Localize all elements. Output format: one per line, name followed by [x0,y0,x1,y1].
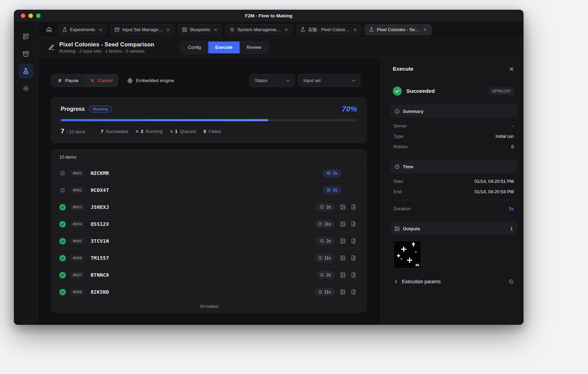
image-output-icon[interactable] [340,255,346,261]
section-title: Summary [403,109,423,114]
tab-close-icon[interactable] [423,28,427,32]
image-output-icon[interactable] [340,221,346,227]
log-file-icon[interactable] [351,272,356,278]
duration-badge: 2s [316,271,335,279]
tab-label: 实验 · Pixel Coloni… [308,27,349,33]
tab-close-icon[interactable] [214,28,218,32]
clock-icon [318,256,322,260]
tab-close-icon[interactable] [353,28,357,32]
close-window-button[interactable] [21,14,25,18]
run-control-group: Pause Cancel [51,74,118,87]
stat-count: 1 [175,129,178,134]
tab-close-icon[interactable] [166,28,170,32]
sidebar-item-input-sets[interactable] [19,46,33,61]
clock-icon [395,164,400,169]
cancel-button[interactable]: Cancel [84,74,118,87]
list-item[interactable]: #004 QSS12X 11s 11s [52,216,366,233]
tab-experiments[interactable]: Experiments [58,24,107,35]
inbox-icon [23,51,29,57]
flask-icon [62,27,67,32]
inbox-icon [114,27,120,32]
output-thumbnail[interactable]: #0 [394,241,421,268]
item-meta: 11s 11s [314,254,356,262]
sidebar-item-dashboard[interactable] [19,29,33,44]
home-tab-button[interactable] [43,24,55,35]
item-actions [340,204,356,210]
review-tab-button[interactable]: Review [240,42,269,53]
thumbnail-index-label: #0 [415,264,419,267]
tab-label: Pixel Colonies - Se… [377,27,420,32]
log-file-icon[interactable] [351,221,356,227]
kv-label: Retries [394,144,408,149]
item-name: 3TCV1N [91,238,109,244]
image-output-icon[interactable] [340,238,346,244]
log-file-icon[interactable] [351,238,356,244]
config-tab-button[interactable]: Config [181,42,208,53]
list-item[interactable]: #005 3TCV1N 2s 2s [52,233,366,250]
image-output-icon[interactable] [340,204,346,210]
home-icon [46,27,52,33]
sidebar-item-experiments[interactable] [19,64,33,78]
clock-icon [318,222,322,226]
chevron-down-icon [285,78,290,83]
list-item[interactable]: #008 82KSND 11s 11s [52,284,366,301]
image-output-icon[interactable] [340,289,346,295]
item-name: NZCKMR [91,170,109,176]
zoom-window-button[interactable] [36,14,41,18]
list-item[interactable]: #001 NZCKMR 3s 3s [52,165,366,182]
list-item[interactable]: #006 TM1557 11s 11s [52,250,366,267]
grid-icon [182,27,187,32]
item-status [59,169,66,177]
input-set-filter-select[interactable]: Input set [298,74,361,87]
clock-icon [318,290,322,294]
stat-running: 2Running [136,129,163,134]
sidebar [14,22,38,325]
duration-badge: 11s [314,288,335,296]
status-filter-select[interactable]: Status [250,74,295,87]
execute-tab-button[interactable]: Execute [208,42,240,53]
copy-icon[interactable] [509,279,514,284]
log-file-icon[interactable] [351,204,356,210]
image-output-icon[interactable] [340,272,346,278]
summary-row: Retries0 [394,141,514,152]
close-panel-icon[interactable] [509,66,514,72]
tab-blueprints[interactable]: Blueprints [178,24,222,35]
stat-label: Succeeded [106,129,128,134]
tab-close-icon[interactable] [98,28,103,32]
list-item[interactable]: #003 JSHEXJ 2s 2s [52,199,366,216]
section-title: Time [403,164,413,169]
item-name: QSS12X [91,221,109,227]
stat-succeeded: 7Succeeded [101,129,128,134]
divider [93,128,93,134]
sidebar-item-settings[interactable] [19,81,33,96]
pause-button[interactable]: Pause [52,74,84,87]
list-item[interactable]: #007 BTNNC6 2s 2s [52,267,366,284]
item-meta: 2s 2s [316,237,356,245]
kv-label: Start [394,179,403,184]
duration-value: 11s [325,290,331,294]
stat-count: 0 [204,129,206,134]
duration-badge: 3s [323,169,341,177]
log-file-icon[interactable] [351,289,356,295]
panel-title: Execute [393,66,413,72]
execution-params-row[interactable]: Execution params [393,277,514,286]
item-name: HCDX4T [91,187,109,193]
tab-experiment-pixel-colonies-cn[interactable]: 实验 · Pixel Coloni… [296,24,362,35]
edit-pencil-icon[interactable] [48,44,54,51]
tab-system-management[interactable]: System Manageme… [225,24,293,35]
outputs-count: 1 [510,226,513,231]
summary-row: Server- [394,121,514,131]
tab-input-set-management[interactable]: Input Set Manage… [110,24,175,35]
log-file-icon[interactable] [351,255,356,261]
app-window: F2M - Flow to Making [14,10,524,325]
tab-close-icon[interactable] [284,28,288,32]
list-item[interactable]: #002 HCDX4T 5s 5s [52,182,366,199]
progress-stats: 7/ 10 done 7Succeeded 2Running 1Queued 0… [61,127,357,135]
gear-icon [23,85,29,92]
traffic-lights [21,10,41,22]
duration-value: 11s [325,222,331,226]
duration-value: 11s [325,256,331,260]
item-meta: 3s 3s [323,169,356,177]
minimize-window-button[interactable] [28,14,33,18]
tab-pixel-colonies-seed[interactable]: Pixel Colonies - Se… [364,24,432,35]
